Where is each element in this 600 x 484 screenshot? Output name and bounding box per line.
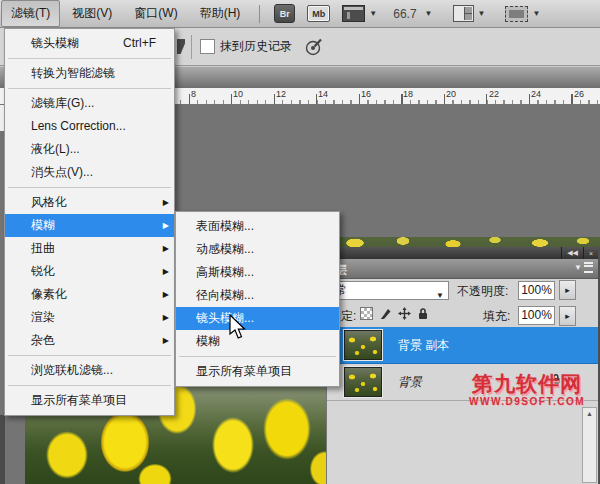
fill-spinner[interactable]: ▸ xyxy=(559,306,576,326)
ruler-number: 12 xyxy=(276,89,286,99)
submenu-arrow-icon: ▶ xyxy=(163,306,169,329)
mouse-cursor-icon xyxy=(228,314,246,340)
submenu-arrow-icon: ▶ xyxy=(163,214,169,237)
menu-item-lens-blur-repeat[interactable]: 镜头模糊Ctrl+F xyxy=(5,32,174,55)
scroll-up-icon[interactable]: ▲ xyxy=(583,408,596,420)
menu-item-convert-smart-filters[interactable]: 转换为智能滤镜 xyxy=(5,62,174,85)
collapse-panel-button[interactable]: ◀◀ xyxy=(561,247,583,259)
submenu-item-show-all-menu-items[interactable]: 显示所有菜单项目 xyxy=(176,360,339,383)
menu-lines-icon xyxy=(584,262,593,273)
submenu-arrow-icon: ▶ xyxy=(163,191,169,214)
lock-row: 锁定: 填充: 100% ▸ xyxy=(327,303,598,327)
ruler-number: 16 xyxy=(361,89,371,99)
menu-item-show-all-menu-items[interactable]: 显示所有菜单项目 xyxy=(5,389,174,412)
options-separator xyxy=(191,35,192,59)
menu-item-noise[interactable]: 杂色▶ xyxy=(5,329,174,352)
menu-item-stylize[interactable]: 风格化▶ xyxy=(5,191,174,214)
menu-view[interactable]: 视图(V) xyxy=(62,0,122,27)
submenu-arrow-icon: ▶ xyxy=(163,260,169,283)
arrange-documents-button[interactable]: ▼ xyxy=(453,5,486,22)
canvas-left-edge xyxy=(0,415,5,484)
chevron-down-icon: ▼ xyxy=(574,263,582,272)
menu-item-blur[interactable]: 模糊▶ xyxy=(5,214,174,237)
filter-menu-dropdown: 镜头模糊Ctrl+F 转换为智能滤镜 滤镜库(G)... Lens Correc… xyxy=(4,28,175,416)
layer-thumbnail[interactable] xyxy=(344,367,382,397)
erase-to-history-label: 抹到历史记录 xyxy=(220,38,292,55)
menu-item-lens-correction[interactable]: Lens Correction... xyxy=(5,115,174,138)
menu-help[interactable]: 帮助(H) xyxy=(190,0,251,27)
opacity-spinner[interactable]: ▸ xyxy=(559,280,576,300)
ruler-number: 22 xyxy=(489,89,499,99)
menu-bar: 滤镜(T) 视图(V) 窗口(W) 帮助(H) Br Mb ▼ 66.7 ▼ ▼… xyxy=(0,0,600,28)
lock-transparency-icon[interactable] xyxy=(360,307,373,320)
view-extras-button[interactable]: ▼ xyxy=(342,5,377,22)
blur-submenu: 表面模糊... 动感模糊... 高斯模糊... 径向模糊... 镜头模糊... … xyxy=(175,211,340,387)
ruler-number: 20 xyxy=(446,89,456,99)
chevron-down-icon: ▼ xyxy=(532,9,540,18)
submenu-arrow-icon: ▶ xyxy=(163,237,169,260)
layers-panel: ◀◀ × 图层 ▼ 正常 ▼ 不透明度: 100% ▸ 锁定: xyxy=(326,247,600,484)
submenu-item-lens-blur[interactable]: 镜头模糊... xyxy=(176,307,339,330)
screen-mode-button[interactable]: ▼ xyxy=(505,6,540,22)
watermark-url: WWW.D9SOFT.COM xyxy=(460,397,594,407)
close-panel-button[interactable]: × xyxy=(583,247,598,259)
watermark: 第九软件网 WWW.D9SOFT.COM xyxy=(460,373,594,407)
mini-bridge-button[interactable]: Mb xyxy=(307,5,330,22)
menu-window[interactable]: 窗口(W) xyxy=(124,0,187,27)
submenu-arrow-icon: ▶ xyxy=(163,329,169,352)
chevron-down-icon: ▼ xyxy=(478,9,486,18)
blend-mode-row: 正常 ▼ 不透明度: 100% ▸ xyxy=(327,278,598,303)
layers-scrollbar[interactable]: ▲ xyxy=(582,407,597,483)
menu-item-liquify[interactable]: 液化(L)... xyxy=(5,138,174,161)
erase-to-history-checkbox[interactable] xyxy=(200,39,215,54)
panel-menu-button[interactable]: ▼ xyxy=(574,262,593,273)
bridge-button[interactable]: Br xyxy=(274,4,295,23)
panel-tab-bar: 图层 ▼ xyxy=(327,259,598,279)
menu-item-sharpen[interactable]: 锐化▶ xyxy=(5,260,174,283)
layer-name[interactable]: 背景 xyxy=(398,374,422,391)
airbrush-icon[interactable] xyxy=(304,37,324,57)
submenu-item-gaussian-blur[interactable]: 高斯模糊... xyxy=(176,261,339,284)
chevron-down-icon: ▼ xyxy=(369,9,377,18)
submenu-item-surface-blur[interactable]: 表面模糊... xyxy=(176,215,339,238)
screen-mode-icon xyxy=(505,6,528,22)
chevron-down-icon: ▼ xyxy=(436,287,444,304)
menu-divider xyxy=(8,58,171,59)
submenu-item-blur[interactable]: 模糊 xyxy=(176,330,339,353)
lock-pixels-brush-icon[interactable] xyxy=(379,307,392,320)
toolbar-separator xyxy=(259,5,260,23)
photoshop-window: ◀◀ × 图层 ▼ 正常 ▼ 不透明度: 100% ▸ 锁定: xyxy=(0,0,600,484)
submenu-item-radial-blur[interactable]: 径向模糊... xyxy=(176,284,339,307)
layer-name[interactable]: 背景 副本 xyxy=(398,337,449,354)
menu-divider xyxy=(8,385,171,386)
menu-item-vanishing-point[interactable]: 消失点(V)... xyxy=(5,161,174,184)
menu-item-browse-filters-online[interactable]: 浏览联机滤镜... xyxy=(5,359,174,382)
menu-divider xyxy=(8,355,171,356)
watermark-title: 第九软件网 xyxy=(460,373,594,394)
menu-filter[interactable]: 滤镜(T) xyxy=(1,0,60,27)
submenu-item-motion-blur[interactable]: 动感模糊... xyxy=(176,238,339,261)
menu-item-distort[interactable]: 扭曲▶ xyxy=(5,237,174,260)
ruler-number: 18 xyxy=(403,89,413,99)
menu-item-render[interactable]: 渲染▶ xyxy=(5,306,174,329)
arrange-documents-icon xyxy=(453,5,474,22)
ruler-number: 8 xyxy=(191,89,196,99)
ruler-number: 10 xyxy=(233,89,243,99)
view-extras-icon xyxy=(342,5,365,22)
lock-position-move-icon[interactable] xyxy=(398,307,411,320)
zoom-level-dropdown-icon[interactable]: ▼ xyxy=(425,9,433,18)
layer-row-background-copy[interactable]: 背景 副本 xyxy=(327,327,598,364)
lock-all-icon[interactable] xyxy=(417,307,429,320)
menu-item-pixelate[interactable]: 像素化▶ xyxy=(5,283,174,306)
menu-divider xyxy=(8,88,171,89)
opacity-value[interactable]: 100% xyxy=(518,281,555,300)
ruler-number: 26 xyxy=(574,89,584,99)
ruler-number: 24 xyxy=(531,89,541,99)
ruler-number: 14 xyxy=(318,89,328,99)
layer-thumbnail[interactable] xyxy=(344,330,382,360)
fill-value[interactable]: 100% xyxy=(518,306,555,325)
menu-item-filter-gallery[interactable]: 滤镜库(G)... xyxy=(5,92,174,115)
zoom-level-value[interactable]: 66.7 xyxy=(393,7,416,21)
shortcut: Ctrl+F xyxy=(123,32,156,55)
opacity-label: 不透明度: xyxy=(457,283,508,300)
